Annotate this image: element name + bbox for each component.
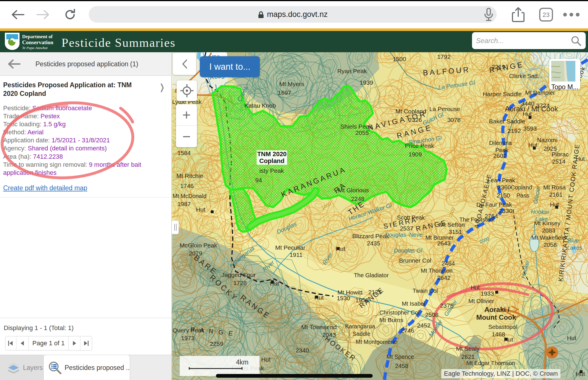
svg-text:Mount Cook: Mount Cook: [476, 313, 516, 321]
svg-text:Karangarua: Karangarua: [345, 323, 375, 329]
svg-text:Mt Wakefield: Mt Wakefield: [531, 234, 566, 241]
svg-text:2764: 2764: [485, 213, 498, 219]
svg-text:Mt Dampier: Mt Dampier: [525, 90, 555, 96]
svg-text:3151: 3151: [449, 228, 462, 235]
svg-text:2079: 2079: [189, 250, 202, 257]
svg-text:2508: 2508: [425, 311, 439, 318]
svg-text:Copland: Copland: [259, 157, 285, 164]
svg-text:Mt Burns: Mt Burns: [379, 317, 403, 323]
svg-text:Hut: Hut: [471, 284, 480, 291]
svg-text:2083: 2083: [542, 227, 556, 234]
svg-text:1584: 1584: [177, 150, 191, 156]
svg-text:1746: 1746: [180, 183, 194, 189]
svg-text:Mt Copland: Mt Copland: [395, 108, 426, 115]
svg-text:Scott Peak: Scott Peak: [397, 214, 425, 221]
svg-text:Hooker: Hooker: [531, 209, 550, 215]
svg-text:Mt Edgar Thomson: Mt Edgar Thomson: [466, 360, 515, 366]
svg-text:1530: 1530: [337, 295, 350, 301]
svg-text:2643: 2643: [437, 240, 451, 247]
svg-text:Mt Montgomerie: Mt Montgomerie: [356, 339, 397, 345]
svg-text:Jagged Spur: Jagged Spur: [221, 272, 256, 278]
svg-text:Blue: Blue: [567, 237, 579, 244]
svg-text:1939: 1939: [360, 79, 373, 86]
svg-text:Mt Glorious: Mt Glorious: [338, 187, 369, 193]
svg-text:1958: 1958: [355, 297, 369, 303]
svg-text:Clarke Sad...: Clarke Sad...: [509, 73, 542, 79]
svg-text:Lakes: Lakes: [567, 245, 582, 251]
svg-text:1987: 1987: [177, 201, 191, 207]
svg-text:2326: 2326: [409, 117, 422, 123]
svg-text:2435: 2435: [367, 240, 380, 247]
svg-text:Christopher Col: Christopher Col: [380, 309, 419, 316]
svg-text:Katau Knob: Katau Knob: [244, 102, 276, 109]
svg-text:Hut: Hut: [567, 335, 577, 341]
svg-text:Sebastopol: Sebastopol: [488, 324, 517, 330]
svg-text:The Gladiator: The Gladiator: [354, 272, 389, 278]
svg-text:Hut: Hut: [261, 356, 271, 363]
svg-text:Harper Saddle: Harper Saddle: [483, 91, 521, 97]
svg-text:Saddle: Saddle: [353, 331, 370, 337]
svg-text:3078: 3078: [447, 117, 461, 123]
svg-text:Mt Howitt: Mt Howitt: [337, 289, 363, 296]
svg-text:Dilemma: Dilemma: [489, 140, 512, 146]
svg-text:Ryan Peak: Ryan Peak: [337, 68, 367, 74]
svg-text:1909: 1909: [409, 151, 422, 158]
svg-text:Mt Isabel: Mt Isabel: [402, 300, 425, 307]
svg-text:Mt Peculiar: Mt Peculiar: [275, 244, 305, 251]
svg-text:Mt Sefton: Mt Sefton: [439, 221, 465, 228]
svg-text:1500: 1500: [393, 56, 406, 62]
svg-text:Lake: Lake: [535, 216, 548, 222]
svg-text:2746: 2746: [401, 327, 414, 334]
svg-text:Mt Spence: Mt Spence: [386, 354, 414, 360]
svg-text:2452: 2452: [417, 322, 431, 329]
svg-text:Douglas Gl: Douglas Gl: [394, 247, 422, 254]
svg-text:2192: 2192: [508, 127, 521, 134]
svg-text:2150: 2150: [497, 192, 510, 199]
svg-text:2340: 2340: [296, 347, 309, 354]
svg-text:23: 23: [543, 11, 550, 18]
svg-text:Lean Peak: Lean Peak: [488, 177, 515, 183]
svg-text:Du Faur Peak: Du Faur Peak: [476, 201, 512, 208]
svg-text:2259: 2259: [210, 340, 223, 347]
svg-text:Query Peak: Query Peak: [173, 327, 204, 334]
svg-text:2537: 2537: [400, 225, 413, 232]
svg-text:2058: 2058: [543, 241, 557, 248]
svg-text:2125: 2125: [368, 289, 382, 295]
svg-text:2055: 2055: [355, 129, 369, 136]
svg-text:1911: 1911: [289, 251, 302, 258]
svg-text:2043: 2043: [322, 331, 336, 338]
svg-text:Copland: Copland: [511, 184, 532, 191]
svg-text:Mt Thomson: Mt Thomson: [421, 267, 453, 274]
svg-text:Mt Ritchie: Mt Ritchie: [176, 172, 203, 179]
svg-text:2458: 2458: [395, 362, 409, 369]
svg-text:2621: 2621: [461, 353, 475, 360]
svg-text:Mt Townsend: Mt Townsend: [301, 324, 336, 330]
svg-text:2642: 2642: [437, 274, 451, 281]
svg-text:1933: 1933: [481, 290, 494, 297]
svg-text:2248: 2248: [351, 195, 365, 202]
svg-text:1697: 1697: [278, 89, 291, 96]
svg-text:Baker Saddle: Baker Saddle: [489, 118, 525, 125]
svg-text:3593: 3593: [523, 125, 537, 132]
svg-text:TNM 2020: TNM 2020: [257, 150, 287, 158]
svg-text:Mt Ollivier: Mt Ollivier: [469, 298, 494, 304]
svg-text:Mt Myers: Mt Myers: [279, 81, 304, 87]
svg-text:2514: 2514: [552, 158, 566, 165]
svg-text:Hut: Hut: [196, 206, 206, 213]
svg-text:94: 94: [255, 177, 262, 183]
svg-text:La Perouse: La Perouse: [429, 106, 460, 112]
svg-text:Twain Col: Twain Col: [413, 288, 438, 294]
svg-text:McGloin Peak: McGloin Peak: [180, 242, 217, 249]
svg-text:Mt Sealy: Mt Sealy: [456, 345, 479, 352]
svg-text:1973: 1973: [181, 335, 195, 341]
svg-text:2464: 2464: [442, 260, 455, 267]
svg-text:1468: 1468: [492, 331, 505, 338]
svg-text:Blizzard Peak: Blizzard Peak: [352, 233, 389, 239]
svg-text:Nazomi: Nazomi: [537, 137, 557, 143]
svg-text:2330: 2330: [499, 208, 512, 214]
svg-text:2161: 2161: [549, 191, 563, 198]
svg-text:isty Peak: isty Peak: [259, 167, 284, 174]
svg-text:Mt McDonald: Mt McDonald: [173, 193, 206, 199]
svg-text:Brunner Col: Brunner Col: [399, 257, 431, 264]
svg-text:Douglas–Neve: Douglas–Neve: [385, 232, 422, 238]
